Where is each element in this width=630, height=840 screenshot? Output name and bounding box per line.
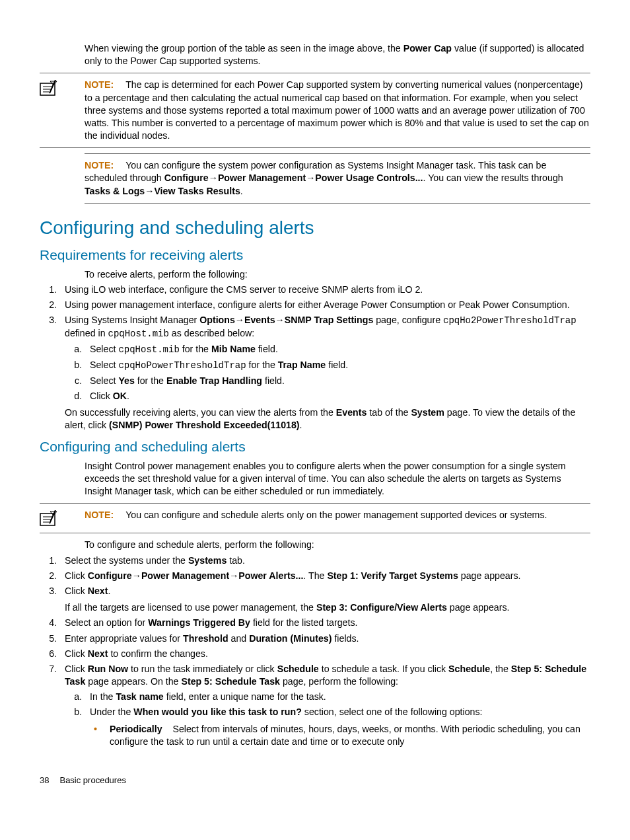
text: Select the systems under the	[65, 555, 188, 566]
text: Click	[65, 664, 88, 674]
text: for the	[135, 375, 166, 386]
text: Click	[90, 391, 113, 401]
text: field.	[326, 360, 348, 370]
list-item: Enter appropriate values for Threshold a…	[59, 632, 590, 645]
note-label: NOTE:	[85, 160, 114, 171]
text: Click	[65, 570, 88, 581]
text: The cap is determined for each Power Cap…	[85, 79, 589, 141]
bold: Power Management	[218, 172, 306, 183]
bold: Next	[88, 586, 108, 596]
footer-title: Basic procedures	[59, 775, 125, 785]
bold: Run Now	[88, 664, 128, 674]
note-label: NOTE:	[85, 510, 114, 520]
bullet-list: Periodically Select from intervals of mi…	[90, 723, 590, 748]
text: , the	[490, 664, 511, 674]
text: tab.	[227, 555, 245, 566]
heading-configure-schedule: Configuring and scheduling alerts	[40, 438, 590, 456]
text: for the	[180, 344, 211, 354]
heading-requirements: Requirements for receiving alerts	[40, 246, 590, 264]
text: page appears. On the	[85, 676, 181, 687]
text: Enter appropriate values for	[65, 633, 183, 644]
list-item: Select an option for Warnings Triggered …	[59, 617, 590, 629]
bold: Duration (Minutes)	[249, 633, 332, 644]
text: .	[240, 186, 243, 196]
note-pencil-icon	[40, 509, 85, 527]
note-body: NOTE:The cap is determined for each Powe…	[85, 79, 590, 142]
text: Select	[90, 375, 118, 386]
list-item: Click Run Now to run the task immediatel…	[59, 663, 590, 748]
text: Select	[90, 344, 118, 354]
note-label: NOTE:	[85, 79, 114, 90]
page-number: 38	[40, 775, 49, 785]
text: .	[127, 391, 129, 401]
bold: Step 1: Verify Target Systems	[327, 570, 458, 581]
text: to run the task immediately or click	[128, 664, 277, 674]
text: to confirm the changes.	[108, 648, 207, 659]
text: Using Systems Insight Manager	[65, 315, 199, 325]
list-item: Select cpqHost.mib for the Mib Name fiel…	[85, 343, 590, 356]
text: page appears.	[447, 602, 510, 613]
list-item: Click Next. If all the targets are licen…	[59, 585, 590, 614]
text: defined in	[65, 328, 108, 338]
bold: Mib Name	[211, 344, 256, 354]
followon-text: On successfully receiving alerts, you ca…	[65, 406, 590, 432]
note-body: NOTE:You can configure and schedule aler…	[85, 509, 590, 521]
note-block: NOTE:The cap is determined for each Powe…	[40, 73, 590, 148]
bold: Tasks & Logs	[85, 186, 145, 196]
bold: Systems	[188, 555, 227, 566]
bold: Configure	[88, 570, 132, 581]
text: Click	[65, 648, 88, 659]
bold: Options	[199, 315, 235, 325]
bold: SNMP Trap Settings	[285, 315, 374, 325]
bold: Power Cap	[403, 43, 452, 54]
code: cpqHoPowerThresholdTrap	[118, 360, 246, 371]
note-block: NOTE:You can configure and schedule aler…	[40, 503, 590, 533]
bold: Yes	[118, 375, 134, 386]
bold: OK	[113, 391, 127, 401]
bold: Events	[336, 407, 367, 418]
text: On successfully receiving alerts, you ca…	[65, 407, 336, 418]
note-pencil-icon	[40, 79, 85, 97]
text: Click	[65, 586, 88, 596]
text: To receive alerts, perform the following…	[85, 268, 590, 281]
bold: Events	[244, 315, 275, 325]
bold: Configure	[164, 172, 209, 183]
sub-list: In the Task name field, enter a unique n…	[65, 691, 590, 748]
bold: Step 3: Configure/View Alerts	[316, 602, 447, 613]
text: page, configure	[373, 315, 443, 325]
text: for the	[246, 360, 278, 370]
text: When viewing the group portion of the ta…	[85, 43, 403, 54]
list-item: In the Task name field, enter a unique n…	[85, 691, 590, 703]
bold: Trap Name	[278, 360, 326, 370]
text: To configure and schedule alerts, perfor…	[85, 539, 590, 551]
text: .	[108, 586, 110, 596]
steps-list: Select the systems under the Systems tab…	[40, 554, 590, 748]
text: field, enter a unique name for the task.	[164, 691, 326, 702]
bold: View Tasks Results	[154, 186, 240, 196]
text: section, select one of the following opt…	[302, 706, 483, 717]
note-body: NOTE:You can configure the system power …	[85, 159, 590, 198]
list-item: Select the systems under the Systems tab…	[59, 554, 590, 567]
list-item: Periodically Select from intervals of mi…	[110, 723, 590, 748]
followon-text: If all the targets are licensed to use p…	[65, 601, 590, 614]
bold: Step 5: Schedule Task	[181, 676, 280, 687]
note-block: NOTE:You can configure the system power …	[85, 153, 590, 204]
text: .	[300, 420, 302, 430]
bold: (SNMP) Power Threshold Exceeded(11018)	[109, 420, 300, 430]
list-item: Using power management interface, config…	[59, 299, 590, 311]
text: If all the targets are licensed to use p…	[65, 602, 316, 613]
bold: Periodically	[110, 724, 162, 734]
text: page, perform the following:	[280, 676, 398, 687]
text: Select an option for	[65, 617, 148, 628]
heading-configuring-alerts: Configuring and scheduling alerts	[40, 215, 590, 241]
text: field.	[256, 344, 278, 354]
bold: Schedule	[448, 664, 490, 674]
text: as described below:	[169, 328, 254, 338]
list-item: Select cpqHoPowerThresholdTrap for the T…	[85, 359, 590, 372]
code: cpqHo2PowerThresholdTrap	[443, 315, 577, 326]
bold: Power Management	[141, 570, 229, 581]
text: page appears.	[458, 570, 521, 581]
bold: When would you like this task to run?	[133, 706, 302, 717]
text: Under the	[90, 706, 133, 717]
bold: Power Alerts...	[238, 570, 303, 581]
